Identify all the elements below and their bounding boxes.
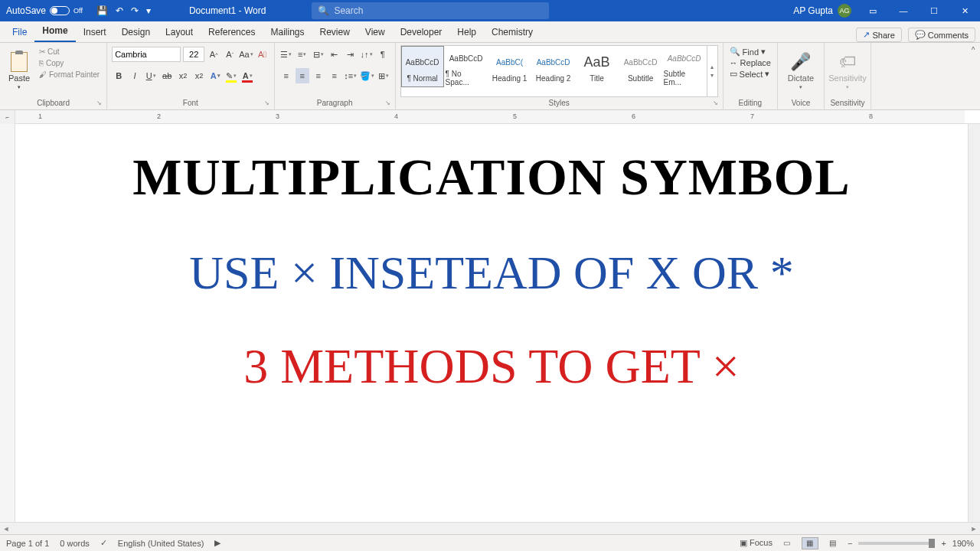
strikethrough-icon[interactable]: ab [160,68,174,83]
chevron-down-icon: ▾ [799,84,802,90]
bullets-icon[interactable]: ☰ [279,47,293,62]
autosave-toggle[interactable]: AutoSave Off [0,5,89,16]
cut-button[interactable]: ✂Cut [37,47,102,57]
replace-button[interactable]: ↔Replace [730,58,771,67]
tab-layout[interactable]: Layout [158,22,201,42]
zoom-slider[interactable] [858,542,935,545]
grow-font-icon[interactable]: A^ [207,47,220,62]
spell-check-icon[interactable]: ✓ [100,538,107,548]
vertical-ruler[interactable] [0,124,15,522]
justify-icon[interactable]: ≡ [328,68,341,83]
style-item[interactable]: AaBbCcDSubtle Em... [663,46,706,87]
dialog-launcher-icon[interactable]: ↘ [96,99,102,106]
undo-icon[interactable]: ↶ [116,5,123,16]
highlight-icon[interactable]: ✎ [224,68,238,83]
increase-indent-icon[interactable]: ⇥ [344,47,358,62]
scroll-right-icon[interactable]: ► [968,523,980,534]
dictate-button[interactable]: 🎤 Dictate ▾ [782,45,819,97]
style-item[interactable]: AaBbCcD¶ No Spac... [445,46,488,87]
clear-format-icon[interactable]: A⃠ [256,47,270,62]
bold-icon[interactable]: B [112,68,126,83]
toggle-switch-icon [50,6,70,15]
font-name-input[interactable] [112,47,181,62]
copy-button[interactable]: ⎘Copy [37,58,102,68]
ruler-mark: 2 [157,112,161,120]
tab-insert[interactable]: Insert [76,22,114,42]
tab-developer[interactable]: Developer [393,22,450,42]
multilevel-icon[interactable]: ⊟ [312,47,325,62]
numbering-icon[interactable]: ≡ [296,47,309,62]
borders-icon[interactable]: ⊞ [377,68,390,83]
tab-chemistry[interactable]: Chemistry [484,22,541,42]
language-indicator[interactable]: English (United States) [118,539,204,548]
qat-more-icon[interactable]: ▾ [146,5,151,16]
tab-review[interactable]: Review [312,22,357,42]
dialog-launcher-icon[interactable]: ↘ [385,99,390,106]
word-count[interactable]: 0 words [60,539,90,548]
search-box[interactable]: 🔍 Search [312,2,549,19]
style-item[interactable]: AaBbC(Heading 1 [488,46,531,87]
zoom-level[interactable]: 190% [952,539,974,548]
decrease-indent-icon[interactable]: ⇤ [328,47,341,62]
change-case-icon[interactable]: Aa [239,47,253,62]
comments-button[interactable]: 💬Comments [908,28,975,42]
user-account[interactable]: AP Gupta AG [787,4,858,18]
select-button[interactable]: ▭Select ▾ [730,69,771,79]
tab-file[interactable]: File [5,22,34,42]
shrink-font-icon[interactable]: Aˇ [223,47,237,62]
text-effects-icon[interactable]: A [208,68,222,83]
redo-icon[interactable]: ↷ [131,5,139,16]
styles-more-icon[interactable]: ▴▾ [707,46,717,96]
minimize-icon[interactable]: — [888,0,919,21]
show-marks-icon[interactable]: ¶ [376,47,390,62]
superscript-icon[interactable]: x2 [192,68,206,83]
style-item[interactable]: AaBbCcDSubtitle [619,46,662,87]
status-bar: Page 1 of 1 0 words ✓ English (United St… [0,534,980,551]
format-painter-button[interactable]: 🖌Format Painter [37,70,102,80]
macro-icon[interactable]: ▶ [214,538,220,548]
italic-icon[interactable]: I [128,68,142,83]
tab-design[interactable]: Design [114,22,158,42]
dialog-launcher-icon[interactable]: ↘ [713,99,718,106]
tab-home[interactable]: Home [34,21,75,42]
maximize-icon[interactable]: ☐ [919,0,949,21]
horizontal-scrollbar[interactable]: ◄ ► [0,522,980,534]
paste-button[interactable]: Paste ▾ [5,45,34,97]
tab-mailings[interactable]: Mailings [263,22,312,42]
read-mode-icon[interactable]: ▭ [779,537,795,549]
tab-view[interactable]: View [358,22,393,42]
horizontal-ruler[interactable]: ⌐ 12345678 [0,110,980,124]
web-layout-icon[interactable]: ▤ [825,537,841,549]
document-page[interactable]: MULTIPLICATION SYMBOL USE × INSETEAD OF … [15,124,968,522]
close-icon[interactable]: ✕ [949,0,980,21]
zoom-out-icon[interactable]: − [848,539,852,548]
align-center-icon[interactable]: ≡ [296,68,309,83]
ribbon-display-icon[interactable]: ▭ [858,0,888,21]
zoom-in-icon[interactable]: + [941,539,946,548]
sort-icon[interactable]: ↓↑ [360,47,374,62]
shading-icon[interactable]: 🪣 [360,68,374,83]
page-indicator[interactable]: Page 1 of 1 [6,539,49,548]
scroll-left-icon[interactable]: ◄ [0,523,12,534]
line-spacing-icon[interactable]: ↕≡ [344,68,358,83]
underline-icon[interactable]: U [144,68,158,83]
focus-mode[interactable]: ▣ Focus [740,538,773,548]
save-icon[interactable]: 💾 [96,5,108,16]
tab-references[interactable]: References [201,22,263,42]
align-right-icon[interactable]: ≡ [312,68,325,83]
tab-help[interactable]: Help [449,22,484,42]
vertical-scrollbar[interactable] [968,124,980,522]
print-layout-icon[interactable]: ▦ [802,537,818,549]
font-color-icon[interactable]: A [240,68,254,83]
share-button[interactable]: ↗Share [856,28,901,42]
style-item[interactable]: AaBTitle [576,46,619,87]
style-item[interactable]: AaBbCcDHeading 2 [532,46,575,87]
font-size-input[interactable] [183,47,204,62]
subscript-icon[interactable]: x2 [176,68,190,83]
find-button[interactable]: 🔍Find ▾ [730,47,771,57]
sensitivity-button[interactable]: 🏷 Sensitivity ▾ [829,45,866,97]
style-item[interactable]: AaBbCcD¶ Normal [401,46,444,87]
align-left-icon[interactable]: ≡ [279,68,293,83]
collapse-ribbon-icon[interactable]: ^ [972,46,975,54]
dialog-launcher-icon[interactable]: ↘ [264,99,270,106]
